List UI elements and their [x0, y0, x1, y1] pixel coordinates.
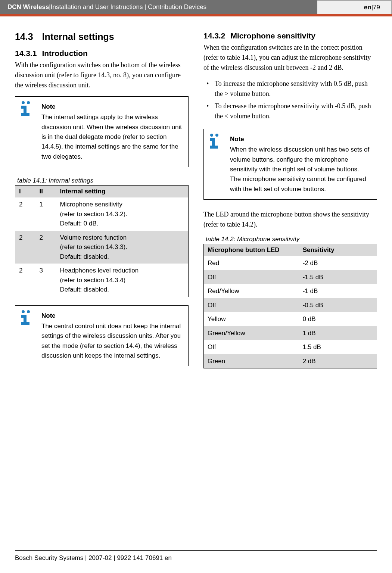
- table-header: I: [15, 186, 36, 198]
- table-cell: Microphone sensitivity (refer to section…: [56, 197, 189, 231]
- table-cell: Green: [204, 354, 299, 368]
- info-icon: [19, 100, 35, 117]
- note-title: Note: [230, 134, 371, 144]
- table-cell: Headphones level reduction (refer to sec…: [56, 264, 189, 297]
- table-cell: Red: [204, 256, 299, 270]
- table-cell: Off: [204, 340, 299, 354]
- header-product: DCN Wireless: [7, 3, 49, 11]
- accent-bar: [0, 14, 392, 16]
- internal-settings-table: I II Internal setting 21Microphone sensi…: [15, 185, 189, 297]
- header-lang: en: [364, 4, 371, 11]
- table-row: Off-1.5 dB: [204, 270, 377, 284]
- right-column: 14.3.2Microphone sensitivity When the co…: [203, 31, 377, 377]
- bullet-list: To increase the microphone sensitivity w…: [203, 79, 377, 121]
- table-cell: 1.5 dB: [299, 340, 377, 354]
- svg-point-5: [22, 310, 25, 313]
- header-right: en | 79: [317, 0, 392, 14]
- table-header: Sensitivity: [299, 244, 377, 256]
- section-number: 14.3: [15, 31, 33, 42]
- page-header: DCN Wireless | Installation and User Ins…: [0, 0, 392, 14]
- table-cell: 2: [36, 231, 56, 264]
- table-cell: -0.5 dB: [299, 298, 377, 312]
- table-cell: 2: [15, 231, 36, 264]
- table-cell: Green/Yellow: [204, 326, 299, 340]
- table-cell: 3: [36, 264, 56, 297]
- table-cell: Red/Yellow: [204, 284, 299, 298]
- paragraph: The LED around the microphone button sho…: [203, 209, 377, 230]
- left-column: 14.3Internal settings 14.3.1Introduction…: [15, 31, 189, 377]
- content-area: 14.3Internal settings 14.3.1Introduction…: [0, 31, 392, 377]
- svg-point-1: [27, 101, 30, 104]
- svg-point-6: [27, 310, 30, 313]
- table-cell: 2 dB: [299, 354, 377, 368]
- note-body: The internal settings apply to the wirel…: [41, 113, 182, 160]
- table-cell: Off: [204, 298, 299, 312]
- page-footer: Bosch Security Systems | 2007-02 | 9922 …: [15, 550, 377, 562]
- header-left: DCN Wireless | Installation and User Ins…: [0, 0, 317, 14]
- mic-sensitivity-table: Microphone button LED Sensitivity Red-2 …: [203, 244, 377, 368]
- table-cell: -1.5 dB: [299, 270, 377, 284]
- header-page: 79: [373, 4, 380, 11]
- table-row: Yellow0 dB: [204, 312, 377, 326]
- table-caption-1: table 14.1: Internal settings: [15, 177, 189, 184]
- section-title: Internal settings: [42, 31, 114, 42]
- subsection-number: 14.3.1: [15, 49, 37, 57]
- note-body: The central control unit does not keep t…: [41, 323, 181, 359]
- table-header: II: [36, 186, 56, 198]
- svg-rect-9: [21, 322, 29, 325]
- svg-rect-4: [21, 113, 29, 116]
- subsection-number: 14.3.2: [203, 31, 225, 40]
- info-icon: [19, 309, 35, 326]
- svg-point-0: [22, 101, 25, 104]
- note-box-1: Note The internal settings apply to the …: [15, 96, 189, 167]
- table-cell: 1: [36, 197, 56, 231]
- subsection-heading: 14.3.1Introduction: [15, 49, 189, 58]
- subsection-title: Introduction: [42, 49, 87, 57]
- note-box-2: Note The central control unit does not k…: [15, 305, 189, 367]
- table-cell: 2: [15, 264, 36, 297]
- subsection-heading: 14.3.2Microphone sensitivity: [203, 31, 377, 40]
- info-icon: [208, 133, 224, 149]
- table-cell: Volume restore function (refer to sectio…: [56, 231, 189, 264]
- table-row: 23Headphones level reduction (refer to s…: [15, 264, 189, 297]
- table-cell: 2: [15, 197, 36, 231]
- table-row: Red-2 dB: [204, 256, 377, 270]
- intro-paragraph: With the configuration switches on the b…: [15, 60, 189, 90]
- section-heading: 14.3Internal settings: [15, 31, 189, 42]
- svg-point-11: [215, 134, 218, 137]
- intro-paragraph: When the configuration switches are in t…: [203, 43, 377, 73]
- table-row: Green/Yellow1 dB: [204, 326, 377, 340]
- list-item: To decrease the microphone sensitivity w…: [203, 101, 377, 121]
- table-row: Red/Yellow-1 dB: [204, 284, 377, 298]
- subsection-title: Microphone sensitivity: [230, 31, 315, 40]
- list-item: To increase the microphone sensitivity w…: [203, 79, 377, 99]
- table-cell: Yellow: [204, 312, 299, 326]
- note-title: Note: [41, 102, 183, 112]
- svg-rect-14: [210, 146, 218, 149]
- table-row: Green2 dB: [204, 354, 377, 368]
- header-subtitle: Installation and User Instructions | Con…: [51, 3, 206, 11]
- table-cell: 0 dB: [299, 312, 377, 326]
- table-cell: 1 dB: [299, 326, 377, 340]
- table-row: Off1.5 dB: [204, 340, 377, 354]
- note-body: When the wireless discussion unit has tw…: [230, 146, 369, 192]
- table-header: Microphone button LED: [204, 244, 299, 256]
- table-header: Internal setting: [56, 186, 189, 198]
- table-cell: Off: [204, 270, 299, 284]
- table-cell: -2 dB: [299, 256, 377, 270]
- svg-point-10: [210, 134, 213, 137]
- table-row: Off-0.5 dB: [204, 298, 377, 312]
- table-row: 21Microphone sensitivity (refer to secti…: [15, 197, 189, 231]
- table-cell: -1 dB: [299, 284, 377, 298]
- table-row: 22Volume restore function (refer to sect…: [15, 231, 189, 264]
- note-title: Note: [41, 311, 183, 321]
- note-box-3: Note When the wireless discussion unit h…: [203, 129, 377, 200]
- table-caption-2: table 14.2: Microphone sensitivity: [203, 236, 377, 243]
